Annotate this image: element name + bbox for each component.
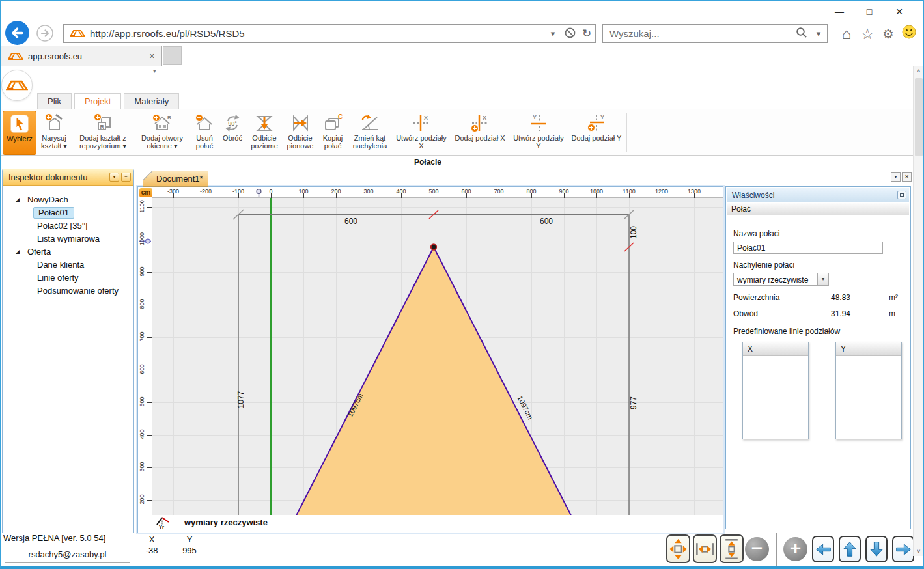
app-logo[interactable] [1,70,33,101]
browser-tab[interactable]: app.rsroofs.eu ✕ [1,46,162,66]
divisions-x-list[interactable]: X [742,342,809,439]
search-placeholder[interactable]: Wyszukaj... [603,28,793,39]
smiley-feedback-icon[interactable] [901,25,917,44]
dodaj-otwory-okienne-button[interactable]: R Dodaj otwory okienne ▾ [134,111,190,155]
forward-button[interactable] [36,25,53,42]
version-label: Wersja PEŁNA [ver. 5.0 54] [3,533,105,543]
minimize-button[interactable]: — [824,3,854,20]
dodaj-podzial-x-button[interactable]: X Dodaj podział X [451,111,509,155]
autocomplete-caret-icon[interactable]: ▾ [544,29,561,38]
back-button[interactable] [5,20,30,46]
zoom-in-button[interactable]: + [783,537,807,561]
zmien-kat-nachylenia-button[interactable]: Zmień kąt nachylenia [348,111,392,155]
url-text[interactable]: http://app.rsroofs.eu/pl/RSD5/RSD5 [90,28,544,39]
tree-item[interactable]: Podsumowanie oferty [3,284,133,297]
pan-down-button[interactable] [865,536,888,562]
document-tab[interactable]: Document1* [143,171,208,187]
obroc-button[interactable]: 90° Obróć [219,111,246,155]
properties-panel: Właściwości Połać Nazwa połaci Nachyleni… [725,186,911,529]
inspector-header[interactable]: Inspektor dokumentu ▾ − [3,169,133,186]
favorites-star-icon[interactable]: ☆ [859,25,876,43]
ruler-tick-label: 1200 [651,188,672,195]
ruler-tick-label: 900 [553,188,574,195]
search-icon[interactable] [793,27,810,40]
zoom-fit-all-button[interactable] [666,534,690,563]
ribbon-button-label: Obróć [223,134,242,142]
ribbon-button-label: Odbicie poziome [251,134,278,150]
zoom-fit-width-button[interactable] [693,534,717,563]
zoom-slider[interactable] [776,533,777,566]
close-button[interactable]: ✕ [884,3,914,20]
dim-label: 600 [344,217,357,226]
stop-icon[interactable] [561,27,578,40]
dodaj-podzial-y-button[interactable]: Y Dodaj podział Y [568,111,625,155]
ribbon-button-label: Dodaj kształt z repozytorium [79,134,126,150]
new-tab-button[interactable] [163,46,182,65]
perimeter-value: 31.94 [831,309,889,318]
utworz-podzialy-y-button[interactable]: Y Utwórz podziały Y [509,111,568,155]
tree-item[interactable]: Lista wymiarowa [3,232,133,245]
drawing-surface[interactable]: 600 600 1077 100 977 1097cm 1097cm [152,198,723,515]
roof-name-input[interactable] [733,242,883,254]
document-tab-title: Document1* [156,174,203,184]
kopiuj-polac-button[interactable]: C Kopiuj połać [318,111,348,155]
tree-item[interactable]: Połać02 [35°] [3,219,133,232]
page-scrollbar[interactable]: ˄ ˅ [913,66,924,556]
panel-minimize-icon[interactable]: − [121,173,131,182]
dodaj-ksztalt-z-repozytorium-button[interactable]: R Dodaj kształt z repozytorium ▾ [72,111,134,155]
tree-item[interactable]: Dane klienta [3,258,133,271]
pan-left-button[interactable] [812,536,834,562]
docarea-menu-caret-icon[interactable]: ▾ [891,172,901,182]
tab-projekt[interactable]: Projekt [74,93,121,109]
quick-access-caret-icon[interactable]: ▾ [153,68,156,74]
pan-right-button[interactable] [892,536,914,562]
scroll-down-icon[interactable]: ˅ [914,548,924,555]
refresh-icon[interactable]: ↻ [578,27,595,40]
ruler-tick [147,370,152,370]
fit-all-icon [669,539,687,559]
properties-minimize-icon[interactable] [897,191,906,199]
zoom-out-button[interactable]: − [745,537,769,561]
slope-combobox[interactable]: wymiary rzeczywiste ▾ [733,273,829,286]
docarea-close-icon[interactable]: ✕ [902,172,912,182]
combobox-caret-icon[interactable]: ▾ [817,273,828,285]
home-icon[interactable]: ⌂ [838,25,855,43]
tree-item[interactable]: Linie oferty [3,271,133,284]
area-label: Powierzchnia [733,293,831,302]
unit-badge[interactable]: cm [139,188,152,197]
expander-icon[interactable]: ◢ [16,197,25,202]
create-divisions-x-icon: X [411,113,432,133]
tree-item[interactable]: ◢NowyDach [3,193,133,206]
maximize-button[interactable]: □ [854,3,884,20]
canvas-frame: cm -300-200-1000100200300400500600700800… [137,186,723,533]
address-bar[interactable]: http://app.rsroofs.eu/pl/RSD5/RSD5 ▾ ↻ [63,24,596,43]
tree-item[interactable]: Połać01 [3,206,133,219]
vertical-ruler[interactable]: 11001000900800700600500400300200 [138,198,152,515]
tree-item[interactable]: ◢Oferta [3,245,133,258]
tab-materialy[interactable]: Materiały [124,93,179,109]
tab-plik[interactable]: Plik [37,93,72,109]
odbicie-poziome-button[interactable]: Odbicie poziome [246,111,283,155]
ruler-tick-label: 200 [139,490,145,509]
usun-polac-button[interactable]: Usuń połać [190,111,219,155]
scroll-up-icon[interactable]: ˄ [914,68,924,74]
tab-close-icon[interactable]: ✕ [149,52,155,61]
chevron-down-icon: ▾ [123,142,127,150]
pan-up-button[interactable] [839,536,861,562]
tree-item-label: Połać02 [35°] [37,221,87,230]
odbicie-pionowe-button[interactable]: Odbicie pionowe [283,111,318,155]
utworz-podzialy-x-button[interactable]: X Utwórz podziały X [392,111,451,155]
account-field[interactable]: rsdachy5@zasoby.pl [5,546,130,563]
search-box[interactable]: Wyszukaj... ▾ [602,24,828,43]
zoom-fit-height-button[interactable] [720,534,744,563]
scrollbar-thumb[interactable] [915,78,923,156]
divisions-y-list[interactable]: Y [835,342,902,439]
wybierz-button[interactable]: Wybierz [3,111,36,155]
settings-gear-icon[interactable]: ⚙ [880,25,897,43]
panel-menu-caret-icon[interactable]: ▾ [109,173,119,182]
search-caret-icon[interactable]: ▾ [810,29,827,38]
properties-header[interactable]: Właściwości [727,188,909,202]
horizontal-ruler[interactable]: -300-200-1000100200300400500600700800900… [152,187,723,198]
narysuj-ksztalt-button[interactable]: Narysuj kształt ▾ [36,111,72,155]
expander-icon[interactable]: ◢ [16,249,25,255]
